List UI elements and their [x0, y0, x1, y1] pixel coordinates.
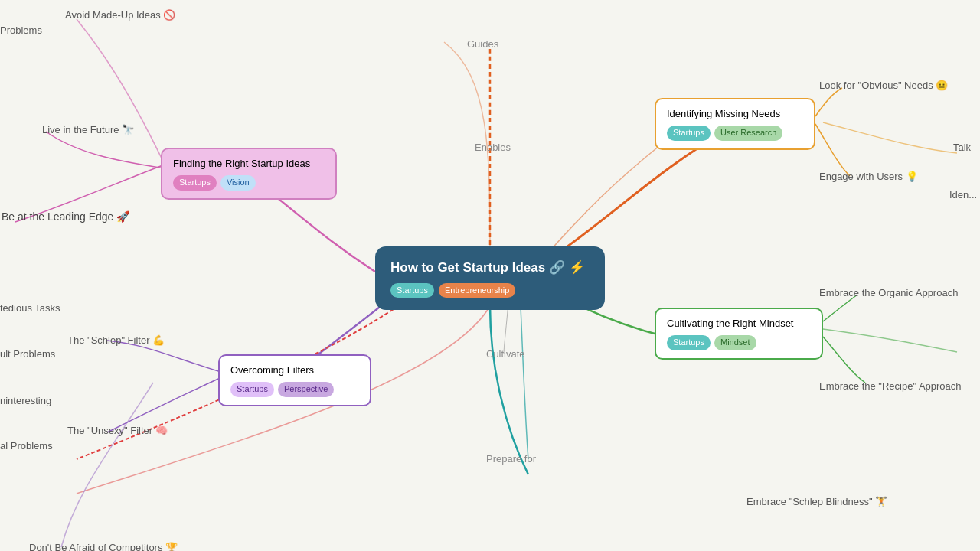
embrace-schlep-text: Embrace "Schlep Blindness" 🏋	[746, 496, 887, 507]
overcoming-node-title: Overcoming Filters	[230, 364, 359, 377]
finding-node-title: Finding the Right Startup Ideas	[173, 157, 325, 171]
ident-text: Iden...	[949, 189, 977, 201]
cultivating-tag-startups[interactable]: Startups	[667, 335, 710, 350]
uninteresting-text: ninteresting	[0, 395, 51, 406]
embrace-organic-text: Embrace the Organic Approach	[819, 287, 958, 298]
cultivating-node[interactable]: Cultivating the Right Mindset Startups M…	[655, 308, 823, 360]
talk-text: Talk	[953, 142, 971, 153]
finding-tag-startups[interactable]: Startups	[173, 175, 217, 190]
leading-edge-text: Be at the Leading Edge 🚀	[2, 210, 129, 223]
difficult-text: ult Problems	[0, 348, 55, 360]
identifying-tag-startups[interactable]: Startups	[667, 126, 710, 140]
central-node-link-icon: 🔗	[549, 260, 565, 275]
avoid-ideas-text: Avoid Made-Up Ideas 🚫	[65, 9, 175, 21]
finding-tag-vision[interactable]: Vision	[220, 175, 256, 190]
overcoming-tag-perspective[interactable]: Perspective	[278, 382, 334, 396]
engage-users-text: Engage with Users 💡	[819, 171, 918, 182]
cultivating-node-title: Cultivating the Right Mindset	[667, 317, 811, 331]
embrace-recipe-text: Embrace the "Recipe" Approach	[819, 380, 962, 392]
finding-node[interactable]: Finding the Right Startup Ideas Startups…	[161, 148, 337, 200]
identifying-node[interactable]: Identifying Missing Needs Startups User …	[655, 98, 815, 150]
central-node[interactable]: How to Get Startup Ideas 🔗 ⚡ Startups En…	[375, 246, 605, 310]
cultivating-tag-mindset[interactable]: Mindset	[714, 335, 756, 350]
problems-text: Problems	[0, 24, 42, 36]
overcoming-tag-startups[interactable]: Startups	[230, 382, 274, 396]
dont-afraid-text: Don't Be Afraid of Competitors 🏆	[29, 542, 178, 551]
central-tag-entrepreneurship[interactable]: Entrepreneurship	[439, 283, 515, 298]
prepare-label: Prepare for	[486, 453, 536, 465]
guides-label: Guides	[467, 38, 498, 50]
enables-label: Enables	[475, 142, 511, 153]
central-node-bolt-icon: ⚡	[569, 260, 585, 275]
overcoming-node[interactable]: Overcoming Filters Startups Perspective	[218, 354, 371, 406]
live-future-text: Live in the Future 🔭	[42, 124, 134, 135]
central-tag-startups[interactable]: Startups	[390, 283, 434, 298]
central-node-title: How to Get Startup Ideas	[390, 260, 545, 275]
identifying-node-title: Identifying Missing Needs	[667, 107, 803, 121]
identifying-tag-userresearch[interactable]: User Research	[714, 126, 782, 140]
social-text: al Problems	[0, 440, 53, 452]
cultivate-label: Cultivate	[486, 348, 525, 360]
schlep-filter-text: The "Schlep" Filter 💪	[67, 334, 165, 346]
look-obvious-text: Look for "Obvious" Needs 😐	[819, 80, 948, 91]
unsexy-filter-text: The "Unsexy" Filter 🧠	[67, 425, 168, 436]
tedious-text: tedious Tasks	[0, 302, 60, 314]
